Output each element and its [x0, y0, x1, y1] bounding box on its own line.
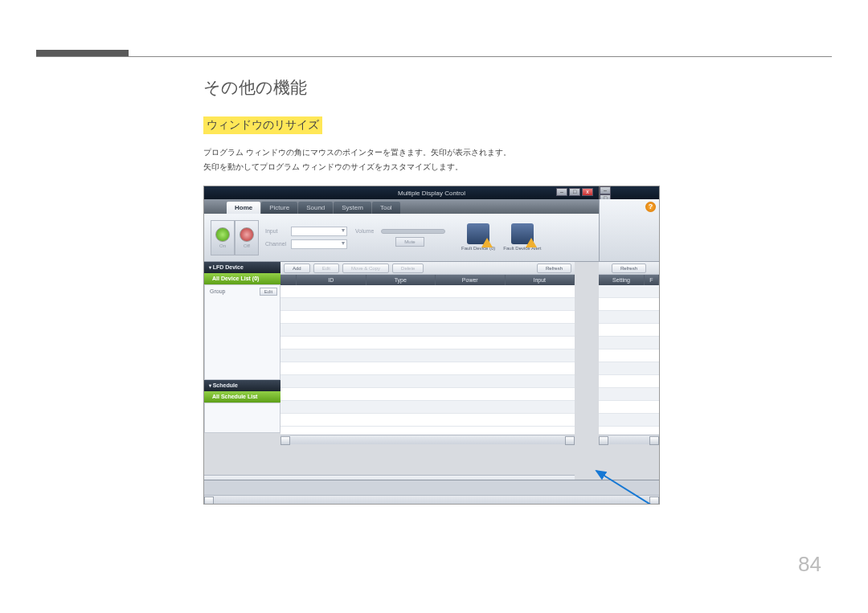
device-grid-area: Add Edit Move & Copy Delete Refresh ID T… [280, 262, 575, 444]
table-row [599, 401, 659, 414]
volume-slider[interactable] [381, 229, 445, 234]
table-row [599, 337, 659, 349]
fault-alert-icon[interactable] [511, 223, 534, 244]
close-button[interactable]: x [582, 188, 593, 196]
power-on-button[interactable]: On [211, 220, 235, 255]
group-edit-button[interactable]: Edit [260, 288, 277, 296]
section-subheading: ウィンドウのリサイズ [203, 116, 322, 134]
input-label: Input [265, 228, 289, 234]
table-row [280, 324, 575, 337]
tab-system[interactable]: System [334, 202, 371, 214]
table-row [599, 414, 659, 427]
col-setting[interactable]: Setting [599, 275, 645, 285]
table-row [599, 285, 659, 298]
sidebar-all-device[interactable]: All Device List (0) [204, 273, 280, 284]
grid-header-row: ID Type Power Input [280, 275, 575, 285]
col-type[interactable]: Type [366, 275, 436, 285]
sidebar-lfd-header[interactable]: LFD Device [204, 262, 280, 273]
delete-button[interactable]: Delete [392, 264, 424, 273]
right-header-row: Setting F [599, 275, 659, 285]
table-row [280, 285, 575, 298]
horizontal-scrollbar-2[interactable] [599, 435, 659, 444]
channel-select[interactable] [291, 239, 347, 249]
document-content: その他の機能 ウィンドウのリサイズ プログラム ウィンドウの角にマウスのポインタ… [203, 76, 669, 505]
table-row [280, 414, 575, 427]
tab-picture[interactable]: Picture [261, 202, 297, 214]
sidebar-group-panel: Group Edit [204, 284, 280, 380]
paragraph-1: プログラム ウィンドウの角にマウスのポインターを置きます。矢印が表示されます。 [203, 145, 669, 160]
volume-label: Volume [355, 228, 379, 234]
horizontal-scrollbar[interactable] [280, 435, 575, 444]
tab-tool[interactable]: Tool [372, 202, 400, 214]
header-accent-bar [36, 50, 129, 56]
sidebar-schedule-header[interactable]: Schedule [204, 380, 280, 391]
outer-scrollbar[interactable] [204, 495, 659, 505]
window-controls-main: – □ x [556, 188, 593, 196]
minimize-button[interactable]: – [556, 188, 567, 196]
help-icon[interactable]: ? [645, 202, 656, 212]
input-select[interactable] [291, 227, 347, 236]
move-copy-button[interactable]: Move & Copy [342, 264, 389, 273]
table-row [280, 298, 575, 311]
paragraph-2: 矢印を動かしてプログラム ウィンドウのサイズをカスタマイズします。 [203, 160, 669, 174]
refresh-button-2[interactable]: Refresh [612, 264, 646, 273]
app-screenshot: Multiple Display Control – □ x – □ x Hom… [203, 186, 660, 505]
page-heading: その他の機能 [203, 76, 669, 99]
add-button[interactable]: Add [284, 264, 310, 273]
table-row [599, 298, 659, 311]
tab-sound[interactable]: Sound [298, 202, 333, 214]
app-title: Multiple Display Control [398, 190, 465, 197]
refresh-button[interactable]: Refresh [537, 264, 571, 273]
table-row [599, 388, 659, 401]
table-row [599, 324, 659, 337]
col-id[interactable]: ID [297, 275, 366, 285]
power-on-icon [215, 227, 230, 242]
table-row [599, 375, 659, 388]
tab-home[interactable]: Home [227, 202, 260, 214]
sidebar-all-schedule[interactable]: All Schedule List [204, 391, 280, 403]
power-off-button[interactable]: Off [235, 220, 259, 255]
grid-toolbar: Add Edit Move & Copy Delete Refresh [280, 262, 575, 275]
table-row [599, 311, 659, 324]
mute-button[interactable]: Mute [395, 237, 424, 247]
sidebar: LFD Device All Device List (0) Group Edi… [204, 262, 280, 444]
table-row [280, 388, 575, 401]
titlebar: Multiple Display Control – □ x [204, 186, 659, 199]
col-f[interactable]: F [645, 275, 659, 285]
right-window-ribbon: ? [599, 199, 659, 262]
right-toolbar: Refresh [599, 262, 659, 275]
power-off-icon [240, 227, 254, 242]
maximize-button[interactable]: □ [569, 188, 580, 196]
table-row [599, 349, 659, 362]
body-text: プログラム ウィンドウの角にマウスのポインターを置きます。矢印が表示されます。 … [203, 145, 669, 174]
page-number: 84 [798, 552, 821, 577]
col-input[interactable]: Input [506, 275, 575, 285]
minimize-button-2[interactable]: – [600, 186, 611, 194]
col-power[interactable]: Power [436, 275, 506, 285]
table-row [280, 375, 575, 388]
tab-bar: Home Picture Sound System Tool [204, 199, 600, 214]
sidebar-group-label: Group [210, 288, 225, 294]
header-rule [36, 56, 832, 57]
grid-body [280, 285, 575, 435]
channel-label: Channel [265, 241, 289, 247]
table-row [599, 362, 659, 375]
table-row [280, 362, 575, 375]
table-row [280, 349, 575, 362]
table-row [280, 311, 575, 324]
bottom-strip [204, 480, 659, 504]
right-window-titlebar: – □ x [599, 186, 659, 199]
sidebar-schedule-panel [204, 403, 280, 433]
edit-button[interactable]: Edit [313, 264, 339, 273]
ribbon: On Off Input Channel [204, 214, 600, 262]
table-row [280, 337, 575, 349]
right-grid-body [599, 285, 659, 435]
fault-device-icon[interactable] [467, 223, 489, 244]
table-row [280, 401, 575, 414]
